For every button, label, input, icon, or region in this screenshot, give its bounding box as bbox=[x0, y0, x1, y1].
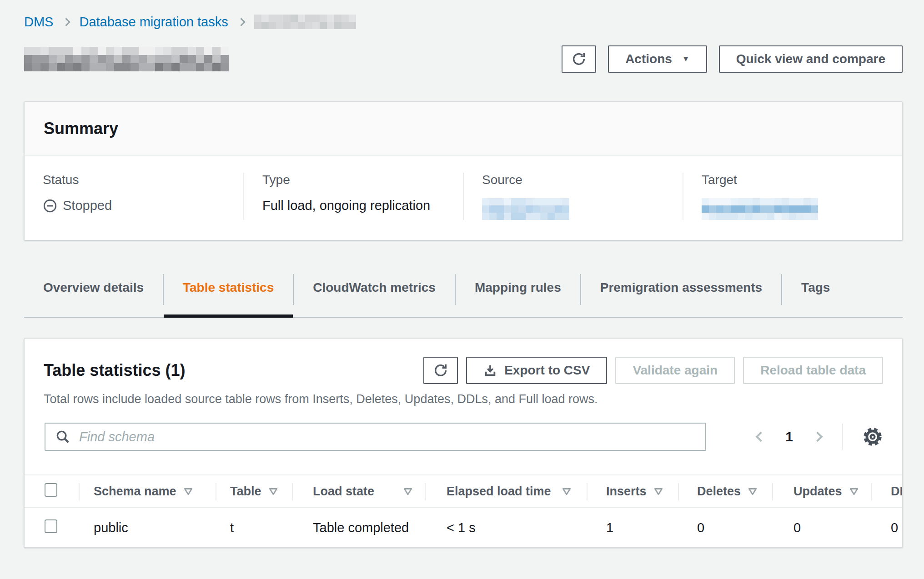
refresh-icon bbox=[571, 51, 587, 67]
select-all-header-cell bbox=[25, 475, 79, 508]
status-value: Stopped bbox=[43, 198, 234, 213]
table-statistics-table: Schema name Table Load state Elapsed loa… bbox=[25, 474, 903, 547]
chevron-right-icon bbox=[813, 432, 823, 442]
column-label: Deletes bbox=[697, 484, 741, 499]
column-header-deletes[interactable]: Deletes bbox=[678, 475, 772, 508]
table-statistics-panel: Table statistics (1) Export to CSV Valid… bbox=[24, 338, 903, 548]
dms-task-detail-page: DMS Database migration tasks Actions ▼ Q… bbox=[0, 0, 924, 548]
pagination: 1 bbox=[755, 424, 883, 450]
source-label: Source bbox=[482, 173, 673, 187]
chevron-right-icon bbox=[237, 18, 245, 26]
pagination-divider bbox=[842, 424, 843, 450]
cell-load-state: Table completed bbox=[292, 508, 425, 547]
source-redacted bbox=[482, 198, 569, 220]
cell-table: t bbox=[216, 508, 292, 547]
tab-table-statistics[interactable]: Table statistics bbox=[164, 272, 293, 317]
status-text: Stopped bbox=[63, 198, 112, 213]
target-label: Target bbox=[702, 173, 893, 187]
refresh-icon bbox=[433, 363, 448, 378]
page-title-redacted bbox=[24, 47, 229, 71]
target-redacted bbox=[702, 198, 818, 220]
chevron-right-icon bbox=[62, 18, 70, 26]
column-header-inserts[interactable]: Inserts bbox=[587, 475, 678, 508]
row-select-cell bbox=[25, 508, 79, 547]
cell-deletes: 0 bbox=[678, 508, 772, 547]
current-page-number[interactable]: 1 bbox=[785, 429, 793, 444]
table-statistics-description: Total rows include loaded source table r… bbox=[25, 384, 902, 406]
validate-again-button[interactable]: Validate again bbox=[615, 357, 735, 384]
previous-page-button[interactable] bbox=[755, 431, 766, 442]
table-refresh-button[interactable] bbox=[423, 357, 458, 384]
tab-mapping-rules[interactable]: Mapping rules bbox=[456, 272, 580, 317]
schema-search bbox=[45, 423, 706, 451]
export-to-csv-button[interactable]: Export to CSV bbox=[466, 357, 607, 384]
summary-body: Status Stopped Type Full load, ongoing r… bbox=[25, 156, 902, 240]
column-header-schema-name[interactable]: Schema name bbox=[79, 475, 216, 508]
table-row: public t Table completed < 1 s 1 0 0 0 bbox=[25, 508, 903, 547]
tab-tags[interactable]: Tags bbox=[782, 272, 849, 317]
sort-icon bbox=[269, 488, 278, 495]
reload-table-data-button[interactable]: Reload table data bbox=[743, 357, 883, 384]
column-label: Inserts bbox=[606, 484, 647, 499]
tab-overview-details[interactable]: Overview details bbox=[24, 272, 163, 317]
cell-elapsed-load-time: < 1 s bbox=[425, 508, 587, 547]
select-all-checkbox[interactable] bbox=[45, 483, 57, 497]
column-header-elapsed-load-time[interactable]: Elapsed load time bbox=[425, 475, 587, 508]
column-label: DDLs bbox=[891, 484, 903, 499]
refresh-button[interactable] bbox=[562, 45, 596, 73]
status-label: Status bbox=[43, 173, 234, 187]
table-statistics-title: Table statistics (1) bbox=[44, 361, 185, 380]
column-header-ddls[interactable]: DDLs bbox=[871, 475, 903, 508]
chevron-left-icon bbox=[756, 432, 766, 442]
tab-bar: Overview details Table statistics CloudW… bbox=[24, 272, 903, 318]
column-label: Updates bbox=[793, 484, 842, 499]
sort-icon bbox=[403, 488, 412, 495]
cell-updates: 0 bbox=[772, 508, 871, 547]
next-page-button[interactable] bbox=[812, 431, 823, 442]
sort-icon bbox=[748, 488, 757, 495]
column-header-updates[interactable]: Updates bbox=[772, 475, 871, 508]
source-value-link[interactable] bbox=[482, 198, 673, 220]
summary-panel-header: Summary bbox=[25, 102, 902, 156]
cell-ddls: 0 bbox=[871, 508, 903, 547]
type-label: Type bbox=[262, 173, 454, 187]
column-label: Elapsed load time bbox=[447, 484, 551, 499]
download-tray-icon bbox=[483, 364, 497, 377]
column-label: Table bbox=[230, 484, 261, 499]
row-checkbox[interactable] bbox=[45, 519, 57, 533]
sort-icon bbox=[184, 488, 193, 495]
quick-view-label: Quick view and compare bbox=[736, 52, 885, 66]
header-actions: Actions ▼ Quick view and compare bbox=[562, 45, 903, 73]
magnifier-icon bbox=[55, 429, 70, 444]
actions-button[interactable]: Actions ▼ bbox=[608, 45, 707, 73]
column-header-table[interactable]: Table bbox=[216, 475, 292, 508]
column-label: Schema name bbox=[94, 484, 176, 499]
summary-title: Summary bbox=[44, 119, 883, 138]
minus-circle-icon bbox=[43, 199, 57, 213]
filter-row: 1 bbox=[25, 406, 902, 451]
table-statistics-buttons: Export to CSV Validate again Reload tabl… bbox=[423, 357, 883, 384]
summary-target-field: Target bbox=[683, 173, 902, 220]
summary-source-field: Source bbox=[463, 173, 683, 220]
export-to-csv-label: Export to CSV bbox=[504, 363, 590, 378]
table-preferences-button[interactable] bbox=[862, 426, 883, 447]
table-header-row: Schema name Table Load state Elapsed loa… bbox=[25, 475, 903, 508]
find-schema-input[interactable] bbox=[45, 423, 706, 451]
target-value-link[interactable] bbox=[702, 198, 893, 220]
summary-panel: Summary Status Stopped Type Full load, o… bbox=[24, 101, 903, 240]
breadcrumb-link-tasks[interactable]: Database migration tasks bbox=[79, 15, 228, 30]
tab-premigration-assessments[interactable]: Premigration assessments bbox=[581, 272, 781, 317]
breadcrumb: DMS Database migration tasks bbox=[24, 14, 903, 30]
page-header: Actions ▼ Quick view and compare bbox=[24, 45, 903, 73]
sort-icon bbox=[562, 488, 571, 495]
cell-schema-name: public bbox=[79, 508, 216, 547]
sort-icon bbox=[849, 488, 859, 495]
quick-view-compare-button[interactable]: Quick view and compare bbox=[719, 45, 903, 73]
gear-icon bbox=[862, 426, 883, 447]
tab-cloudwatch-metrics[interactable]: CloudWatch metrics bbox=[294, 272, 455, 317]
breadcrumb-link-dms[interactable]: DMS bbox=[24, 15, 53, 30]
type-value: Full load, ongoing replication bbox=[262, 198, 454, 213]
column-header-load-state[interactable]: Load state bbox=[292, 475, 425, 508]
actions-button-label: Actions bbox=[625, 52, 672, 66]
table-statistics-header: Table statistics (1) Export to CSV Valid… bbox=[25, 339, 902, 384]
